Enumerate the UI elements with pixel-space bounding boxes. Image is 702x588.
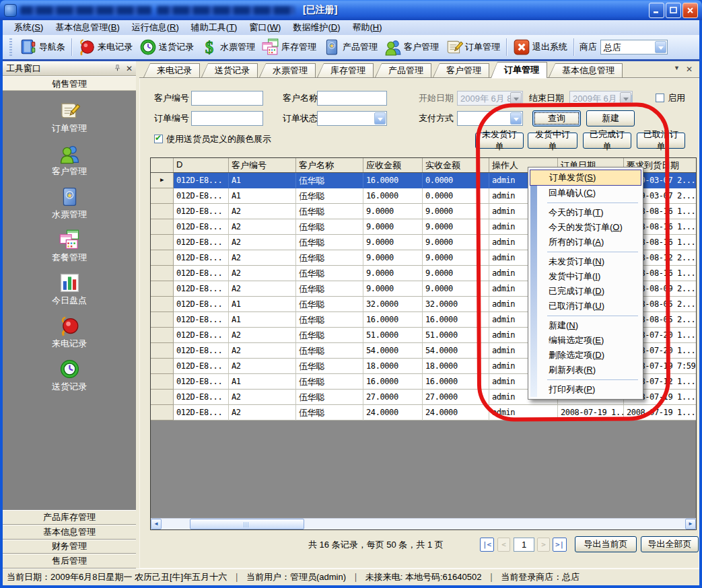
row-selector-cell[interactable] (151, 281, 174, 297)
scrollbar-thumb[interactable] (190, 519, 304, 529)
tab[interactable]: 基本信息管理 (549, 63, 623, 77)
row-selector-cell[interactable] (151, 328, 174, 343)
row-selector-cell[interactable] (151, 250, 174, 266)
order-code-input[interactable] (191, 111, 263, 126)
sidebar-section-bar[interactable]: 基本信息管理 (3, 525, 136, 540)
menu-item[interactable]: 系统(S) (8, 20, 49, 35)
toolbar-call-log-button[interactable]: 来电记录 (75, 37, 136, 57)
tab[interactable]: 来电记录 (143, 63, 200, 77)
sidebar-item-call-log[interactable]: 来电记录 (52, 316, 87, 350)
toolbar-exit-button[interactable]: 退出系统 (510, 37, 571, 57)
pay-method-select[interactable] (457, 111, 523, 126)
start-date-picker[interactable]: 2009年 6月 8日 (457, 91, 523, 106)
menu-item[interactable]: 数据维护(D) (287, 20, 346, 35)
customer-name-input[interactable] (317, 91, 387, 106)
row-selector-cell[interactable] (151, 219, 174, 235)
grid-column-header[interactable]: 实收金额 (423, 158, 489, 172)
sidebar-item-delivery-log[interactable]: 送货记录 (52, 359, 87, 393)
delivering-orders-button[interactable]: 发货中订单 (528, 133, 577, 149)
context-menu-item[interactable]: 订单发货(S) (530, 170, 641, 186)
context-menu-item[interactable]: 新建(N) (530, 318, 641, 333)
sidebar-item-packages[interactable]: 套餐管理 (52, 229, 87, 264)
grid-column-header[interactable]: 应收金额 (363, 158, 423, 172)
toolbar-order-button[interactable]: 订单管理 (442, 37, 503, 57)
menu-item[interactable]: 窗口(W) (243, 20, 287, 35)
store-select[interactable]: 总店 (600, 40, 668, 54)
customer-code-input[interactable] (191, 91, 263, 106)
tab[interactable]: 产品管理 (375, 63, 431, 77)
context-menu-item[interactable]: 删除选定项(D) (530, 348, 641, 363)
context-menu-item[interactable] (530, 314, 641, 318)
minimize-button[interactable] (649, 3, 664, 18)
cancelled-orders-button[interactable]: 已取消订单 (637, 133, 685, 149)
context-menu-item[interactable]: 今天的订单(T) (530, 205, 641, 220)
menu-item[interactable]: 帮助(H) (346, 20, 388, 35)
chevron-down-icon[interactable] (374, 112, 386, 124)
toolbar-product-button[interactable]: 产品管理 (320, 37, 381, 57)
row-selector-cell[interactable] (151, 235, 174, 250)
row-selector-cell[interactable] (151, 343, 174, 359)
toolbar-grip[interactable] (9, 38, 12, 56)
sidebar-item-water-tickets[interactable]: 水票管理 (52, 186, 87, 221)
new-button[interactable]: 新建 (586, 110, 635, 126)
prev-page-button[interactable]: < (497, 538, 510, 552)
row-selector-cell[interactable] (151, 312, 174, 328)
toolbar-delivery-log-button[interactable]: 送货记录 (136, 37, 197, 57)
tab[interactable]: 订单管理 (491, 62, 547, 78)
context-menu-item[interactable]: 发货中订单(I) (530, 269, 641, 284)
tab-close-icon[interactable]: ✕ (686, 65, 693, 74)
export-current-page-button[interactable]: 导出当前页 (575, 536, 637, 552)
next-page-button[interactable]: > (537, 538, 550, 552)
horizontal-scrollbar[interactable]: ◄ ► (151, 518, 696, 529)
context-menu-item[interactable]: 今天的发货订单(O) (530, 220, 641, 235)
context-menu-item[interactable]: 刷新列表(R) (530, 363, 641, 377)
panel-close-icon[interactable]: ✕ (126, 64, 133, 73)
pin-icon[interactable] (113, 64, 122, 73)
sidebar-section-bar[interactable]: 售后管理 (3, 554, 136, 568)
table-row[interactable]: 012D-E8... A2 伍华聪 24.0000 24.0000 admin … (151, 405, 696, 420)
row-selector-cell[interactable] (151, 390, 174, 405)
menu-item[interactable]: 基本信息管理(B) (49, 20, 125, 35)
sidebar-item-customers[interactable]: 客户管理 (52, 143, 87, 178)
order-status-select[interactable] (317, 111, 387, 126)
sidebar-section-bar[interactable]: 财务管理 (3, 540, 136, 554)
row-selector-cell[interactable] (151, 359, 174, 374)
scroll-right-icon[interactable]: ► (685, 519, 696, 529)
end-date-picker[interactable]: 2009年 6月 8日 (569, 91, 633, 106)
enable-checkbox[interactable] (656, 94, 664, 102)
grid-column-header[interactable]: 客户编号 (229, 158, 296, 172)
row-selector-cell[interactable]: ▶ (151, 173, 174, 188)
undelivered-orders-button[interactable]: 未发货订单 (475, 133, 524, 149)
tab[interactable]: 库存管理 (317, 63, 374, 77)
tab[interactable]: 客户管理 (433, 63, 489, 77)
menu-item[interactable]: 运行信息(R) (126, 20, 185, 35)
context-menu-item[interactable]: 打印列表(P) (530, 382, 641, 397)
row-selector-cell[interactable] (151, 204, 174, 219)
query-button[interactable]: 查询 (532, 110, 581, 126)
row-selector-cell[interactable] (151, 266, 174, 281)
context-menu-item[interactable] (530, 200, 641, 205)
context-menu-item[interactable]: 未发货订单(N) (530, 254, 641, 269)
sidebar-section-sales[interactable]: 销售管理 (3, 76, 136, 91)
row-selector-cell[interactable] (151, 405, 174, 420)
close-button[interactable] (682, 3, 698, 18)
toolbar-customer-button[interactable]: 客户管理 (381, 37, 442, 57)
grid-column-header[interactable]: 客户名称 (296, 158, 363, 172)
row-selector-cell[interactable] (151, 188, 174, 204)
context-menu-item[interactable]: 回单确认(C) (530, 186, 641, 200)
row-selector-cell[interactable] (151, 297, 174, 312)
page-number-input[interactable] (514, 538, 534, 552)
tab-list-arrow-icon[interactable]: ▼ (674, 65, 680, 74)
toolbar-water-ticket-button[interactable]: 水票管理 (197, 37, 258, 57)
context-menu-item[interactable]: 编辑选定项(E) (530, 333, 641, 348)
completed-orders-button[interactable]: 已完成订单 (583, 133, 631, 149)
maximize-button[interactable] (666, 3, 681, 18)
context-menu-item[interactable]: 已完成订单(D) (530, 284, 641, 299)
context-menu-item[interactable]: 所有的订单(A) (530, 235, 641, 250)
context-menu-item[interactable] (530, 377, 641, 382)
toolbar-navbar-button[interactable]: 导航条 (16, 37, 69, 57)
tab[interactable]: 水票管理 (259, 63, 316, 77)
row-selector-cell[interactable] (151, 374, 174, 390)
menu-item[interactable]: 辅助工具(T) (185, 20, 244, 35)
export-all-pages-button[interactable]: 导出全部页 (641, 536, 699, 552)
